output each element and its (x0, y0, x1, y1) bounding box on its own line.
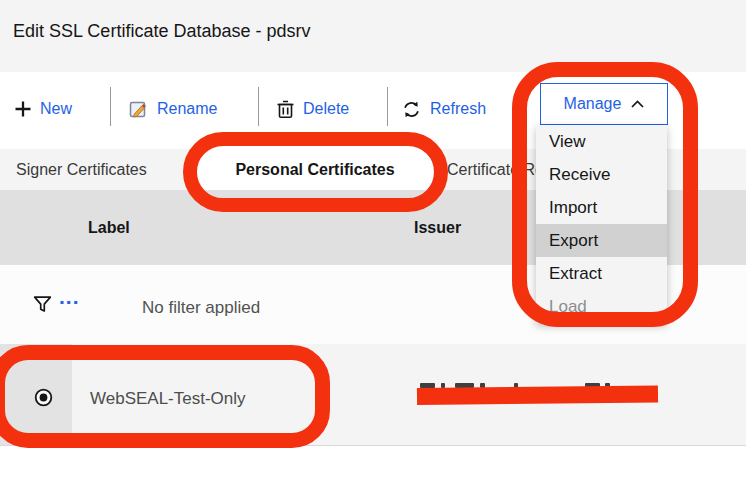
chevron-up-icon (631, 100, 644, 108)
tab-signer-label: Signer Certificates (16, 161, 147, 179)
manage-menu: View Receive Import Export Extract Load (536, 125, 667, 323)
delete-button[interactable]: Delete (276, 95, 349, 123)
column-header-label: Label (88, 219, 130, 237)
filter-more-button[interactable]: ... (59, 285, 80, 309)
plus-icon (14, 100, 32, 118)
refresh-icon (401, 99, 422, 120)
toolbar-divider (258, 87, 259, 126)
menu-item-import[interactable]: Import (536, 191, 667, 224)
menu-item-receive[interactable]: Receive (536, 158, 667, 191)
rename-button-label: Rename (157, 100, 217, 118)
rename-button[interactable]: Rename (128, 95, 217, 123)
menu-item-export[interactable]: Export (536, 224, 667, 257)
title-band: Edit SSL Certificate Database - pdsrv (0, 0, 746, 72)
column-header-issuer: Issuer (414, 219, 461, 237)
new-button[interactable]: New (14, 95, 72, 123)
certificate-table-row[interactable]: WebSEAL-Test-Only (0, 344, 746, 446)
menu-item-extract[interactable]: Extract (536, 257, 667, 290)
refresh-button[interactable]: Refresh (401, 95, 486, 123)
edit-pencil-icon (128, 99, 149, 120)
menu-item-load[interactable]: Load (536, 290, 667, 323)
tab-personal-certificates[interactable]: Personal Certificates (197, 149, 433, 190)
new-button-label: New (40, 100, 72, 118)
manage-button-label: Manage (564, 95, 622, 113)
certificate-label: WebSEAL-Test-Only (90, 389, 246, 409)
toolbar-divider (387, 87, 388, 126)
delete-button-label: Delete (303, 100, 349, 118)
trash-icon (276, 99, 295, 119)
tab-personal-label: Personal Certificates (235, 161, 394, 179)
tab-signer-certificates[interactable]: Signer Certificates (16, 149, 147, 190)
radio-button-selected[interactable] (33, 387, 54, 412)
refresh-button-label: Refresh (430, 100, 486, 118)
manage-button[interactable]: Manage (540, 83, 668, 125)
menu-item-view[interactable]: View (536, 125, 667, 158)
page-title: Edit SSL Certificate Database - pdsrv (13, 21, 310, 42)
redacted-issuer-text-fragments (417, 382, 657, 389)
ssl-certificate-database-window: Edit SSL Certificate Database - pdsrv Ne… (0, 0, 746, 482)
filter-status-text: No filter applied (142, 298, 260, 318)
toolbar-divider (110, 87, 111, 126)
filter-funnel-icon[interactable] (32, 294, 53, 319)
